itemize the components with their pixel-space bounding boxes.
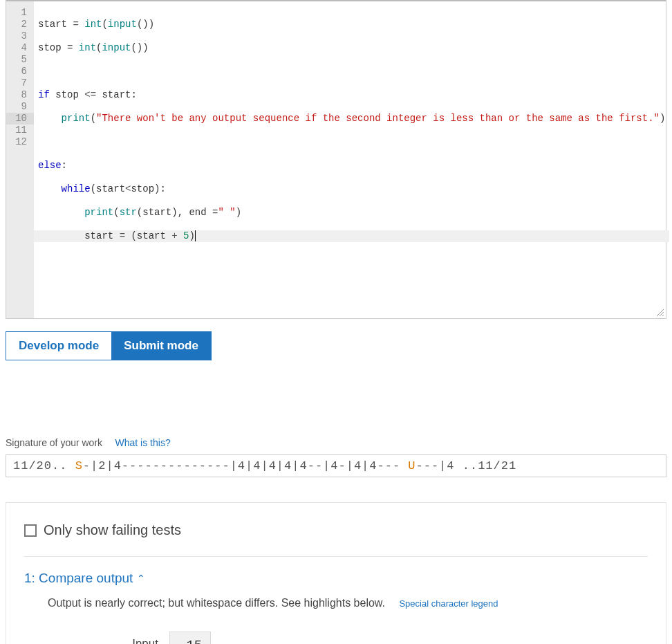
line-number: 11: [9, 125, 30, 136]
line-number: 2: [9, 19, 30, 30]
code-line[interactable]: start = int(input()): [38, 19, 665, 30]
code-line[interactable]: if stop <= start:: [38, 89, 665, 101]
special-character-legend-link[interactable]: Special character legend: [399, 598, 498, 609]
input-label: Input: [48, 632, 158, 644]
code-line[interactable]: [38, 136, 665, 148]
line-gutter: 1 2 3 4 5 6 7 8 9 10 11 12: [6, 1, 34, 318]
code-line[interactable]: [38, 254, 665, 266]
test-results: Only show failing tests 1: Compare outpu…: [6, 502, 666, 644]
test-1-header[interactable]: 1: Compare output ⌃: [24, 571, 648, 586]
code-line[interactable]: stop = int(input()): [38, 42, 665, 54]
line-number: 3: [9, 30, 30, 42]
submit-mode-tab[interactable]: Submit mode: [111, 332, 211, 360]
code-line[interactable]: [38, 66, 665, 77]
code-line[interactable]: start = (start + 5): [34, 230, 669, 242]
code-area[interactable]: start = int(input()) stop = int(input())…: [34, 1, 669, 318]
test-1-message: Output is nearly correct; but whitespace…: [48, 597, 385, 609]
code-line[interactable]: [38, 277, 665, 289]
line-number: 9: [9, 101, 30, 113]
line-number: 4: [9, 42, 30, 54]
code-line[interactable]: else:: [38, 160, 665, 172]
test-1-title: 1: Compare output: [24, 571, 133, 586]
line-number: 1: [9, 7, 30, 19]
line-number: 5: [9, 54, 30, 66]
line-number: 8: [9, 89, 30, 101]
line-number: 7: [9, 77, 30, 89]
code-editor[interactable]: 1 2 3 4 5 6 7 8 9 10 11 12 start = int(i…: [6, 0, 666, 319]
line-number: 6: [9, 66, 30, 77]
signature-box: 11/20.. S-|2|4--------------|4|4|4|4|4--…: [6, 454, 666, 477]
chevron-up-icon: ⌃: [137, 573, 145, 584]
resize-handle-icon[interactable]: [656, 309, 664, 317]
develop-mode-tab[interactable]: Develop mode: [6, 332, 111, 360]
only-failing-label: Only show failing tests: [44, 522, 181, 538]
line-number: 12: [9, 136, 30, 148]
code-line[interactable]: print(str(start), end =" "): [38, 207, 665, 219]
code-line[interactable]: while(start<stop):: [38, 183, 665, 195]
input-value: -15 10: [169, 632, 211, 644]
signature-label: Signature of your work: [6, 437, 102, 448]
code-line[interactable]: print("There won't be any output sequenc…: [38, 113, 665, 125]
signature-help-link[interactable]: What is this?: [115, 437, 171, 448]
mode-tabs: Develop mode Submit mode: [6, 331, 212, 360]
only-failing-checkbox[interactable]: [24, 524, 37, 537]
line-number: 10: [6, 113, 34, 125]
